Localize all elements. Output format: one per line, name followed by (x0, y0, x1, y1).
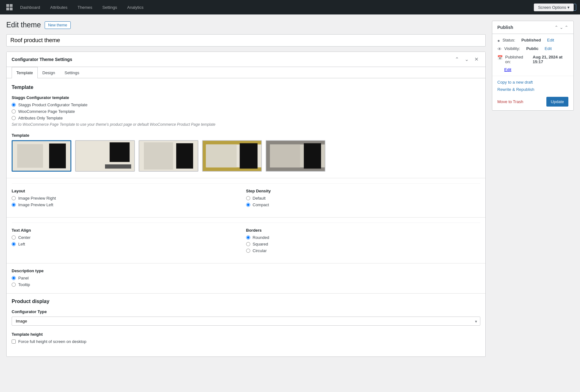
template-thumb-3[interactable] (139, 140, 198, 172)
configurator-type-label: Configurator Type (12, 309, 480, 314)
nav-dashboard[interactable]: Dashboard (15, 0, 45, 14)
radio-left-align[interactable]: Left (12, 242, 240, 246)
rewrite-republish-link[interactable]: Rewrite & Republish (497, 87, 568, 92)
publish-collapse-up-icon[interactable]: ⌃ (555, 25, 558, 30)
radio-rounded[interactable]: Rounded (246, 235, 481, 240)
configurator-type-select-wrap: Image 3D Video (12, 317, 480, 326)
screen-options-button[interactable]: Screen Options ▾ (534, 3, 574, 11)
radio-attributes-input[interactable] (12, 116, 16, 120)
page-title: Edit theme (6, 21, 41, 29)
radio-squared-input[interactable] (246, 242, 250, 246)
publish-body: ● Status: Published Edit 👁 Visibility: P… (492, 34, 573, 76)
tab-template[interactable]: Template (12, 67, 38, 78)
radio-tooltip-input[interactable] (12, 283, 16, 287)
radio-woocommerce-label: WooCommerce Page Template (18, 109, 75, 114)
update-button[interactable]: Update (546, 97, 568, 107)
radio-woocommerce[interactable]: WooCommerce Page Template (12, 109, 480, 114)
nav-attributes[interactable]: Attributes (45, 0, 73, 14)
publish-date-row: 📅 Published on: Aug 21, 2024 at 15:17 (497, 55, 568, 64)
radio-tooltip[interactable]: Tooltip (12, 282, 480, 287)
radio-center-align[interactable]: Center (12, 235, 240, 240)
radio-force-full-height[interactable]: Force full height of screen on desktop (12, 339, 480, 344)
top-navigation: Dashboard Attributes Themes Settings Ana… (0, 0, 580, 14)
radio-left-align-label: Left (18, 242, 25, 246)
publish-visibility-value: Public (526, 46, 539, 51)
svg-rect-8 (110, 142, 130, 162)
checkbox-force-full-height[interactable] (12, 340, 16, 344)
radio-staggs-label: Staggs Product Configurator Template (18, 102, 87, 107)
template-grid (12, 140, 480, 172)
radio-image-left[interactable]: Image Preview Left (12, 202, 240, 207)
product-display-title: Product display (12, 299, 480, 304)
template-thumb-5[interactable] (266, 140, 325, 172)
radio-image-right[interactable]: Image Preview Right (12, 196, 240, 201)
configurator-type-select[interactable]: Image 3D Video (12, 317, 480, 326)
staggs-template-label: Staggs Configurator template (12, 95, 480, 100)
template-thumb-1[interactable] (12, 140, 71, 172)
svg-rect-17 (206, 145, 237, 168)
radio-attributes-only[interactable]: Attributes Only Template (12, 116, 480, 120)
tab-design[interactable]: Design (38, 67, 60, 78)
template-height-label: Template height (12, 332, 480, 337)
template-thumb-4[interactable] (202, 140, 262, 172)
publish-visibility-edit[interactable]: Edit (545, 46, 552, 51)
radio-image-left-input[interactable] (12, 203, 16, 207)
tab-settings[interactable]: Settings (60, 67, 84, 78)
radio-circular[interactable]: Circular (246, 248, 481, 253)
publish-collapse-down-icon[interactable]: ⌄ (560, 25, 563, 30)
radio-staggs[interactable]: Staggs Product Configurator Template (12, 102, 480, 107)
radio-rounded-input[interactable] (246, 235, 250, 240)
nav-analytics[interactable]: Analytics (122, 0, 148, 14)
radio-left-align-input[interactable] (12, 242, 16, 246)
radio-woocommerce-input[interactable] (12, 109, 16, 113)
publish-date-edit-link[interactable]: Edit (504, 67, 511, 72)
radio-circular-input[interactable] (246, 249, 250, 253)
app-logo (4, 0, 15, 14)
publish-box: Publish ⌃ ⌄ ⌃ ● Status: Published Edit 👁… (492, 21, 574, 111)
chevron-down-icon: ▾ (567, 5, 570, 10)
theme-name-input[interactable] (6, 34, 486, 47)
publish-published-label: Published on: (505, 55, 527, 64)
collapse-up-icon[interactable]: ⌃ (453, 56, 461, 63)
publish-toggle-icon[interactable]: ⌃ (565, 25, 568, 30)
publish-header: Publish ⌃ ⌄ ⌃ (492, 21, 573, 34)
publish-status-row: ● Status: Published Edit (497, 38, 568, 43)
svg-rect-22 (266, 141, 270, 171)
radio-compact-density-input[interactable] (246, 203, 250, 207)
card-header: Configurator Theme Settings ⌃ ⌄ ✕ (7, 52, 485, 67)
borders-radios: Rounded Squared Circular (246, 235, 481, 253)
new-theme-button[interactable]: New theme (45, 21, 71, 29)
svg-rect-2 (6, 8, 9, 10)
radio-center-align-input[interactable] (12, 235, 16, 240)
collapse-down-icon[interactable]: ⌄ (463, 56, 471, 63)
publish-status-edit[interactable]: Edit (547, 38, 554, 42)
publish-header-controls: ⌃ ⌄ ⌃ (555, 25, 568, 30)
section-divider-2 (7, 217, 485, 218)
radio-squared[interactable]: Squared (246, 242, 481, 246)
card-header-controls: ⌃ ⌄ ✕ (453, 56, 480, 63)
move-trash-link[interactable]: Move to Trash (497, 99, 523, 104)
step-density-radios: Default Compact (246, 196, 481, 207)
radio-compact-density[interactable]: Compact (246, 202, 481, 207)
copy-draft-link[interactable]: Copy to a new draft (497, 80, 568, 85)
radio-panel[interactable]: Panel (12, 276, 480, 280)
radio-staggs-input[interactable] (12, 103, 16, 107)
close-card-button[interactable]: ✕ (472, 56, 480, 63)
nav-settings[interactable]: Settings (97, 0, 122, 14)
tab-bar: Template Design Settings (7, 67, 485, 78)
radio-default-density[interactable]: Default (246, 196, 481, 201)
layout-label: Layout (12, 189, 240, 193)
radio-tooltip-label: Tooltip (18, 282, 30, 287)
nav-themes[interactable]: Themes (73, 0, 97, 14)
radio-image-right-input[interactable] (12, 196, 16, 200)
publish-actions: Copy to a new draft Rewrite & Republish … (492, 76, 573, 110)
radio-default-density-input[interactable] (246, 196, 250, 200)
publish-title: Publish (497, 25, 513, 30)
template-thumb-2[interactable] (75, 140, 135, 172)
page-header: Edit theme New theme (6, 21, 486, 29)
text-align-radios: Center Left (12, 235, 240, 246)
radio-panel-input[interactable] (12, 276, 16, 280)
radio-attributes-label: Attributes Only Template (18, 116, 63, 120)
screen-options-label: Screen Options (538, 5, 566, 10)
product-display-group: Product display Configurator Type Image … (12, 299, 480, 326)
